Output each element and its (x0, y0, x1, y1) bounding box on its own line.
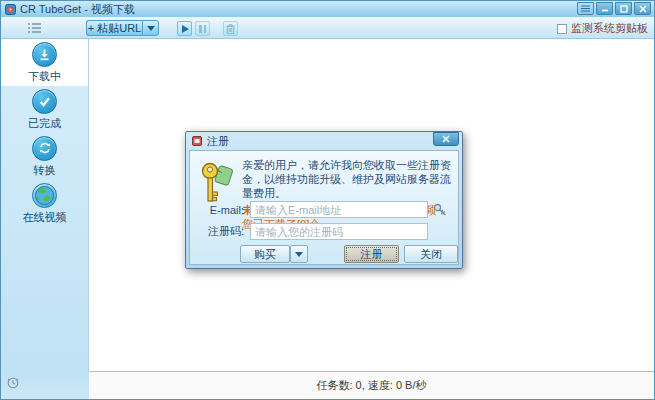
check-icon (32, 89, 57, 114)
paste-url-button[interactable]: + 粘贴URL (86, 20, 142, 36)
dialog-close-icon[interactable] (433, 132, 459, 146)
sidebar-item-completed[interactable]: 已完成 (1, 86, 88, 133)
keygen-button[interactable] (431, 202, 448, 218)
close-icon[interactable] (634, 2, 651, 15)
app-window: CR TubeGet - 视频下载 + 粘贴URL (0, 0, 655, 400)
trash-icon (226, 24, 235, 34)
menu-icon[interactable] (577, 2, 594, 15)
dialog-message: 亲爱的用户，请允许我向您收取一些注册资金，以维持功能升级、维护及网站服务器流量费… (242, 158, 452, 200)
dialog-icon (192, 136, 202, 146)
window-controls (577, 2, 651, 15)
email-field[interactable] (250, 201, 428, 218)
sidebar-item-online-video[interactable]: 在线视频 (1, 180, 88, 227)
dialog-titlebar[interactable]: 注册 (186, 132, 462, 150)
statusbar: 任务数: 0, 速度: 0 B/秒 (1, 371, 654, 399)
email-label: E-mail: (190, 204, 250, 216)
regcode-row: 注册码: (190, 223, 448, 240)
small-key-icon (433, 203, 447, 217)
dialog-text-block: 亲爱的用户，请允许我向您收取一些注册资金，以维持功能升级、维护及网站服务器流量费… (242, 158, 452, 231)
sidebar-item-label: 已完成 (28, 116, 61, 131)
grip-icon (28, 22, 41, 34)
statusbar-main: 任务数: 0, 速度: 0 B/秒 (89, 371, 654, 399)
status-text: 任务数: 0, 速度: 0 B/秒 (316, 378, 426, 393)
register-button[interactable]: 注册 (344, 245, 399, 263)
app-icon (5, 4, 16, 15)
sidebar-item-convert[interactable]: 转换 (1, 133, 88, 180)
play-icon (182, 25, 189, 33)
chevron-down-icon (295, 252, 303, 257)
clipboard-monitor-checkbox[interactable]: 监测系统剪贴板 (557, 21, 648, 36)
register-dialog: 注册 亲爱的用户，请允许我向您收取一些注册资金，以维持功能升级、维护及网站服务器… (185, 131, 463, 269)
window-title: CR TubeGet - 视频下载 (20, 2, 577, 17)
maximize-icon[interactable] (615, 2, 632, 15)
pause-icon (199, 25, 206, 33)
globe-icon (32, 183, 57, 208)
buy-dropdown-button[interactable] (290, 245, 308, 263)
statusbar-left-panel (1, 371, 89, 399)
sidebar-item-label: 转换 (34, 163, 56, 178)
pause-download-button[interactable] (195, 21, 210, 36)
chevron-down-icon (147, 26, 155, 31)
titlebar[interactable]: CR TubeGet - 视频下载 (1, 1, 654, 17)
sidebar-item-label: 下载中 (28, 69, 61, 84)
paste-url-dropdown[interactable] (142, 20, 159, 36)
email-row: E-mail: (190, 201, 448, 218)
sidebar: 下载中 已完成 转换 在线视频 (1, 39, 89, 371)
clock-icon[interactable] (7, 377, 19, 391)
download-icon (32, 42, 57, 67)
delete-task-button[interactable] (223, 21, 238, 36)
sidebar-item-downloading[interactable]: 下载中 (1, 39, 88, 86)
regcode-field[interactable] (250, 223, 428, 240)
regcode-label: 注册码: (190, 224, 250, 239)
convert-icon (32, 136, 57, 161)
buy-button[interactable]: 购买 (240, 245, 290, 263)
sidebar-item-label: 在线视频 (23, 210, 67, 225)
clipboard-monitor-label: 监测系统剪贴板 (571, 21, 648, 36)
dialog-title: 注册 (207, 134, 433, 149)
checkbox-icon (557, 24, 567, 34)
dialog-content: 亲爱的用户，请允许我向您收取一些注册资金，以维持功能升级、维护及网站服务器流量费… (189, 150, 459, 265)
dialog-close-button[interactable]: 关闭 (404, 245, 458, 263)
start-download-button[interactable] (177, 21, 192, 36)
minimize-icon[interactable] (596, 2, 613, 15)
toolbar: + 粘贴URL 监测系统剪贴板 (1, 17, 654, 39)
